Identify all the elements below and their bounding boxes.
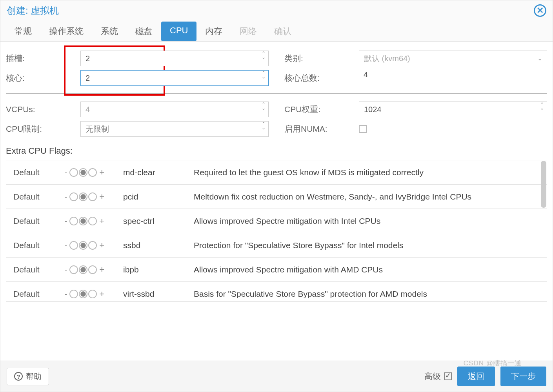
flag-row: Default-+spec-ctrlAllows improved Spectr…	[6, 209, 547, 233]
tabs-bar: 常规 操作系统 系统 磁盘 CPU 内存 网络 确认	[0, 22, 553, 42]
flag-row: Default-+virt-ssbdBasis for "Speculative…	[6, 282, 547, 302]
chevron-down-icon[interactable]: ⌄	[262, 106, 266, 110]
total-cores-value: 4	[359, 70, 547, 86]
scrollbar-thumb[interactable]	[541, 161, 546, 208]
flag-name: md-clear	[123, 168, 194, 177]
flag-default-label: Default	[13, 241, 64, 250]
form-section-1: 插槽: ⌃⌄ 类别: ⌄ 核心: ⌃⌄	[6, 49, 547, 88]
back-button[interactable]: 返回	[457, 367, 495, 386]
tab-general[interactable]: 常规	[6, 22, 40, 41]
flag-name: virt-ssbd	[123, 289, 194, 299]
row-sockets: 插槽: ⌃⌄	[6, 49, 269, 68]
flag-description: Allows improved Spectre mitigation with …	[194, 264, 540, 275]
create-vm-dialog: 创建: 虚拟机 ✕ 常规 操作系统 系统 磁盘 CPU 内存 网络 确认 插槽:…	[0, 0, 553, 392]
help-icon: ?	[14, 372, 23, 381]
tab-cpu[interactable]: CPU	[161, 22, 196, 41]
advanced-toggle[interactable]: 高级	[424, 371, 452, 382]
dialog-title: 创建: 虚拟机	[7, 4, 59, 17]
chevron-down-icon[interactable]: ⌄	[537, 54, 542, 62]
tab-system[interactable]: 系统	[92, 22, 127, 41]
flag-tristate[interactable]: -+	[64, 216, 123, 226]
label-total-cores: 核心总数:	[284, 73, 359, 83]
minus-icon: -	[64, 265, 67, 275]
titlebar: 创建: 虚拟机 ✕	[0, 0, 553, 22]
chevron-down-icon[interactable]: ⌄	[262, 126, 266, 130]
flag-row: Default-+ssbdProtection for "Speculative…	[6, 233, 547, 258]
minus-icon: -	[64, 216, 67, 226]
tab-confirm: 确认	[266, 22, 300, 41]
flags-table[interactable]: Default-+md-clearRequired to let the gue…	[6, 160, 547, 302]
sockets-input[interactable]	[80, 51, 269, 66]
tab-os[interactable]: 操作系统	[40, 22, 92, 41]
row-total-cores: 核心总数: 4	[284, 68, 547, 88]
plus-icon: +	[99, 265, 104, 275]
label-vcpus: VCPUs:	[6, 105, 80, 114]
tab-network: 网络	[231, 22, 266, 41]
label-sockets: 插槽:	[6, 53, 80, 64]
flag-default-label: Default	[13, 168, 64, 177]
chevron-down-icon[interactable]: ⌄	[540, 106, 544, 110]
flag-name: ssbd	[123, 241, 194, 250]
cpu-limit-spinner[interactable]: ⌃⌄	[262, 122, 266, 130]
label-numa: 启用NUMA:	[284, 123, 359, 134]
flag-tristate[interactable]: -+	[64, 265, 123, 275]
flag-row: Default-+pcidMeltdown fix cost reduction…	[6, 185, 547, 209]
flag-default-label: Default	[13, 192, 64, 201]
chevron-down-icon[interactable]: ⌄	[262, 55, 266, 59]
label-cpu-weight: CPU权重:	[284, 104, 359, 115]
flag-default-label: Default	[13, 289, 64, 299]
row-type: 类别: ⌄	[284, 49, 547, 68]
vcpus-spinner[interactable]: ⌃⌄	[262, 102, 266, 110]
help-button[interactable]: ? 帮助	[7, 368, 49, 385]
minus-icon: -	[64, 192, 67, 202]
row-cpu-weight: CPU权重: ⌃⌄	[284, 100, 547, 119]
flag-description: Allows improved Spectre mitigation with …	[194, 216, 540, 226]
plus-icon: +	[99, 192, 104, 202]
flag-description: Basis for "Speculative Store Bypass" pro…	[194, 289, 540, 299]
cpu-weight-input[interactable]	[359, 102, 547, 117]
flag-tristate[interactable]: -+	[64, 240, 123, 250]
numa-checkbox[interactable]	[359, 125, 367, 133]
minus-icon: -	[64, 240, 67, 250]
type-select[interactable]	[359, 51, 547, 66]
flag-tristate[interactable]: -+	[64, 167, 123, 178]
close-icon: ✕	[537, 5, 544, 16]
row-cores: 核心: ⌃⌄	[6, 68, 269, 88]
sockets-spinner[interactable]: ⌃⌄	[262, 51, 266, 59]
cpu-limit-input[interactable]	[80, 121, 269, 137]
plus-icon: +	[99, 289, 104, 299]
help-label: 帮助	[26, 371, 42, 382]
row-vcpus: VCPUs: ⌃⌄	[6, 100, 269, 119]
plus-icon: +	[99, 167, 104, 178]
vcpus-input[interactable]	[80, 102, 269, 117]
cores-spinner[interactable]: ⌃⌄	[262, 71, 266, 79]
plus-icon: +	[99, 240, 104, 250]
flag-row: Default-+md-clearRequired to let the gue…	[6, 160, 547, 185]
flag-row: Default-+ibpbAllows improved Spectre mit…	[6, 258, 547, 282]
advanced-label: 高级	[424, 371, 441, 382]
flag-tristate[interactable]: -+	[64, 289, 123, 299]
row-cpu-limit: CPU限制: ⌃⌄	[6, 119, 269, 139]
content: 插槽: ⌃⌄ 类别: ⌄ 核心: ⌃⌄	[0, 42, 553, 361]
tab-disk[interactable]: 磁盘	[127, 22, 161, 41]
tab-memory[interactable]: 内存	[196, 22, 231, 41]
flag-description: Required to let the guest OS know if MDS…	[194, 167, 540, 178]
cores-input[interactable]	[80, 70, 269, 86]
extra-cpu-flags-title: Extra CPU Flags:	[6, 146, 547, 156]
divider	[6, 93, 547, 94]
flag-name: spec-ctrl	[123, 216, 194, 226]
advanced-checkbox[interactable]	[444, 372, 452, 380]
minus-icon: -	[64, 167, 67, 178]
next-button[interactable]: 下一步	[500, 367, 546, 386]
close-button[interactable]: ✕	[534, 4, 546, 17]
chevron-down-icon[interactable]: ⌄	[262, 75, 266, 79]
flag-tristate[interactable]: -+	[64, 192, 123, 202]
flag-description: Meltdown fix cost reduction on Westmere,…	[194, 191, 540, 202]
plus-icon: +	[99, 216, 104, 226]
flag-name: ibpb	[123, 265, 194, 274]
flag-default-label: Default	[13, 265, 64, 274]
cpu-weight-spinner[interactable]: ⌃⌄	[540, 102, 544, 110]
flags-table-wrapper: Default-+md-clearRequired to let the gue…	[6, 160, 547, 302]
flag-description: Protection for "Speculative Store Bypass…	[194, 240, 540, 250]
label-cores: 核心:	[6, 73, 80, 83]
